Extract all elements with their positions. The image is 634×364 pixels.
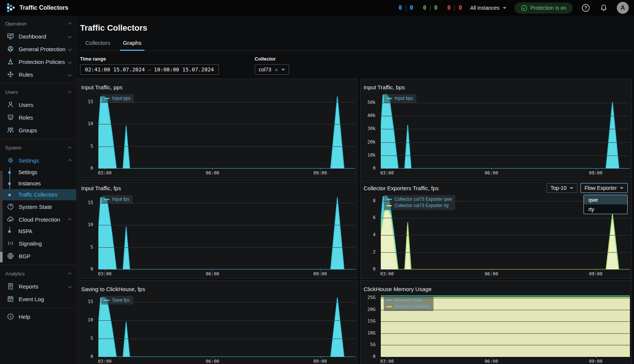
legend-series-dash-icon — [104, 98, 110, 99]
legend-entry[interactable]: Input bps — [386, 95, 413, 102]
gridline — [381, 103, 630, 103]
y-axis-tick-label: 10k — [367, 152, 376, 158]
counter-divider: | — [404, 4, 408, 11]
legend-entry[interactable]: Collector col73 Exporter qwe — [386, 196, 452, 203]
y-axis-tick-label: 0 — [91, 266, 93, 272]
sidebar-item-settings[interactable]: Settings — [0, 154, 76, 167]
menu-item-rty[interactable]: rty — [584, 204, 627, 214]
sidebar-item-roles[interactable]: Roles — [0, 111, 76, 124]
gridline — [381, 155, 630, 156]
legend-series-label: Memory Available — [395, 303, 430, 310]
top10-select[interactable]: Top-10 — [546, 183, 578, 193]
chart-series — [98, 294, 355, 357]
section-header-system[interactable]: System — [0, 141, 76, 154]
x-axis-tick-label: 06:00 — [206, 271, 219, 277]
gridline — [381, 333, 630, 334]
y-axis-tick-label: 2 — [373, 249, 376, 255]
alert-counter-critical[interactable]: 0|0 — [447, 4, 462, 11]
instance-selector[interactable]: All instances — [470, 5, 506, 11]
gridline — [98, 247, 355, 248]
sidebar-item-system-state[interactable]: System State — [0, 200, 76, 213]
section-header-operation[interactable]: Operation — [0, 17, 76, 30]
plot-area: Memory UsedMemory Available — [381, 294, 630, 357]
legend-entry[interactable]: Memory Available — [386, 303, 430, 310]
sidebar-item-help[interactable]: ? Help — [0, 310, 76, 323]
gridline — [381, 218, 630, 218]
y-axis: 151050 — [81, 193, 95, 269]
gridline — [381, 116, 630, 116]
instance-selector-label: All instances — [470, 5, 500, 11]
sidebar-item-signaling[interactable]: Signaling — [0, 237, 76, 250]
tab-collectors[interactable]: Collectors — [85, 40, 110, 50]
legend-series-label: Input pps — [112, 95, 131, 102]
plot-area: Input pps — [98, 92, 355, 169]
sidebar-item-users[interactable]: Users — [0, 98, 76, 111]
protection-status-badge[interactable]: Protection is on — [515, 3, 573, 13]
notification-bell-icon[interactable] — [599, 3, 609, 13]
x-axis-tick — [212, 357, 213, 358]
section-header-users[interactable]: Users — [0, 86, 76, 98]
menu-item-qwe[interactable]: qwe — [584, 195, 627, 204]
x-axis-tick — [212, 269, 213, 271]
help-icon[interactable]: ? — [581, 3, 591, 13]
sidebar-subitem-settings[interactable]: Settings — [0, 167, 76, 178]
y-axis-tick-label: 10G — [367, 330, 376, 336]
report-icon — [7, 283, 14, 290]
sidebar-item-protection-policies[interactable]: Protection Policies — [0, 55, 76, 68]
sidebar-item-bgp[interactable]: BGP — [0, 250, 76, 262]
sidebar-item-groups[interactable]: Groups — [0, 124, 76, 136]
time-range-input[interactable]: 02:41:00 15.07.2024 — 10:08:00 15.07.202… — [80, 64, 219, 75]
y-axis-tick-label: 20k — [367, 139, 376, 145]
x-axis-tick-label: 03:00 — [98, 359, 111, 364]
legend-entry[interactable]: Collector col73 Exporter rty — [386, 203, 452, 209]
tab-graphs[interactable]: Graphs — [123, 40, 141, 50]
remove-collector-icon[interactable]: × — [275, 67, 278, 73]
user-avatar[interactable]: A — [617, 2, 629, 14]
nav-label: Cloud Protection — [19, 216, 60, 223]
sidebar-item-reports[interactable]: Reports — [0, 280, 76, 293]
bullet-dot-icon — [8, 230, 11, 233]
sidebar-item-dashboard[interactable]: Dashboard — [0, 30, 76, 43]
sidebar-item-cloud-protection[interactable]: Cloud Protection — [0, 213, 76, 226]
counter-value: 0 — [447, 4, 451, 11]
chart-panel-input-bps: Input Traffic, bps 50k40k30k20k10k0 Inpu… — [360, 78, 632, 178]
sidebar-subitem-nspa[interactable]: NSPA — [0, 226, 76, 237]
sidebar-scrollbar-thumb[interactable] — [0, 252, 3, 262]
flow-exporter-select[interactable]: Flow Exporter — [581, 183, 628, 193]
legend-series-dash-icon — [104, 199, 110, 200]
chevron-down-icon — [68, 284, 72, 288]
x-axis-tick-label: 03:00 — [380, 359, 394, 364]
calendar-icon — [7, 295, 14, 303]
alert-counter-info[interactable]: 0|0 — [399, 4, 413, 11]
plot-area: Input fps — [98, 193, 355, 269]
sidebar-scrollbar-track[interactable] — [0, 171, 3, 262]
legend-entry[interactable]: Save fps — [104, 297, 130, 303]
legend-entry[interactable]: Memory Used — [386, 297, 430, 303]
sidebar-item-event-log[interactable]: Event Log — [0, 293, 76, 305]
sidebar-subitem-traffic-collectors[interactable]: Traffic Collectors — [0, 189, 76, 200]
x-axis-tick-label: 03:00 — [380, 271, 394, 277]
sidebar-item-rules[interactable]: Rules — [0, 68, 76, 81]
chart-legend: Input fps — [101, 195, 133, 204]
time-start-value: 02:41:00 15.07.2024 — [85, 67, 145, 73]
chart-legend: Memory UsedMemory Available — [384, 296, 434, 311]
chevron-down-icon — [620, 187, 624, 189]
counter-divider: | — [453, 4, 456, 11]
section-header-analytics[interactable]: Analytics — [0, 267, 76, 280]
nav-label: Settings — [18, 169, 37, 175]
y-axis-tick-label: 50k — [367, 100, 376, 105]
legend-series-dash-icon — [104, 300, 110, 301]
y-axis-tick-label: 10 — [88, 121, 93, 126]
x-axis: 03:0006:0009:00 — [381, 269, 630, 277]
svg-text:?: ? — [9, 315, 12, 319]
legend-entry[interactable]: Input fps — [104, 196, 129, 203]
chevron-down-icon — [68, 34, 72, 38]
legend-entry[interactable]: Input pps — [104, 95, 131, 102]
sidebar-item-general-protection[interactable]: General Protection — [0, 43, 76, 55]
alert-counter-ok[interactable]: 0|0 — [423, 4, 438, 11]
sidebar-subitem-instances[interactable]: Instances — [0, 178, 76, 189]
y-axis-tick-label: 5G — [370, 342, 376, 347]
nav-label: Signaling — [19, 240, 42, 247]
collector-select[interactable]: col73 × — [255, 64, 289, 75]
gridline — [381, 345, 630, 345]
